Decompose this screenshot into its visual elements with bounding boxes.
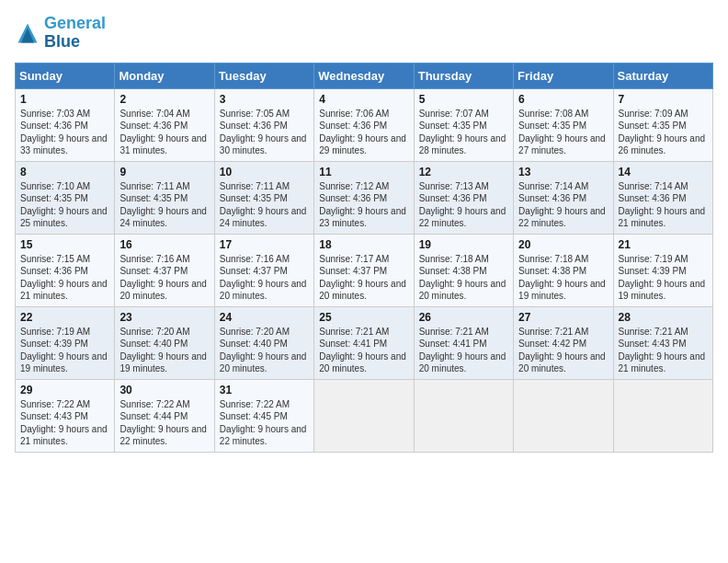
day-info: Sunrise: 7:19 AM Sunset: 4:39 PM Dayligh…: [619, 253, 708, 303]
day-number: 12: [419, 166, 508, 178]
calendar-week-row: 1 Sunrise: 7:03 AM Sunset: 4:36 PM Dayli…: [16, 88, 713, 161]
calendar-day-cell: 29 Sunrise: 7:22 AM Sunset: 4:43 PM Dayl…: [16, 379, 115, 452]
day-info: Sunrise: 7:11 AM Sunset: 4:35 PM Dayligh…: [119, 180, 209, 230]
day-info: Sunrise: 7:09 AM Sunset: 4:35 PM Dayligh…: [619, 108, 708, 157]
day-number: 2: [119, 93, 209, 106]
calendar-day-cell: 1 Sunrise: 7:03 AM Sunset: 4:36 PM Dayli…: [16, 88, 115, 161]
weekday-header: Wednesday: [314, 63, 414, 88]
day-info: Sunrise: 7:18 AM Sunset: 4:38 PM Dayligh…: [419, 253, 508, 303]
calendar-day-cell: 9 Sunrise: 7:11 AM Sunset: 4:35 PM Dayli…: [115, 161, 214, 234]
day-info: Sunrise: 7:13 AM Sunset: 4:36 PM Dayligh…: [419, 180, 508, 230]
day-number: 15: [20, 238, 109, 251]
day-number: 9: [119, 166, 209, 178]
page-header: General Blue: [15, 15, 713, 52]
weekday-header: Monday: [115, 63, 214, 88]
day-info: Sunrise: 7:22 AM Sunset: 4:43 PM Dayligh…: [20, 398, 109, 448]
calendar-day-cell: 14 Sunrise: 7:14 AM Sunset: 4:36 PM Dayl…: [613, 161, 712, 234]
calendar-body: 1 Sunrise: 7:03 AM Sunset: 4:36 PM Dayli…: [16, 88, 713, 452]
day-info: Sunrise: 7:21 AM Sunset: 4:41 PM Dayligh…: [319, 326, 408, 375]
calendar-day-cell: 12 Sunrise: 7:13 AM Sunset: 4:36 PM Dayl…: [414, 161, 513, 234]
calendar-day-cell: [613, 379, 712, 452]
calendar-header-row: SundayMondayTuesdayWednesdayThursdayFrid…: [16, 63, 713, 88]
day-info: Sunrise: 7:14 AM Sunset: 4:36 PM Dayligh…: [619, 180, 708, 230]
calendar-day-cell: 18 Sunrise: 7:17 AM Sunset: 4:37 PM Dayl…: [314, 234, 414, 306]
day-number: 1: [20, 93, 109, 106]
weekday-header: Saturday: [613, 63, 712, 88]
calendar-day-cell: 17 Sunrise: 7:16 AM Sunset: 4:37 PM Dayl…: [214, 234, 313, 306]
day-info: Sunrise: 7:20 AM Sunset: 4:40 PM Dayligh…: [220, 326, 309, 375]
day-info: Sunrise: 7:11 AM Sunset: 4:35 PM Dayligh…: [220, 180, 309, 230]
day-number: 26: [419, 311, 508, 324]
day-info: Sunrise: 7:18 AM Sunset: 4:38 PM Dayligh…: [518, 253, 608, 303]
calendar-day-cell: [414, 379, 513, 452]
calendar-week-row: 22 Sunrise: 7:19 AM Sunset: 4:39 PM Dayl…: [16, 306, 713, 379]
calendar-day-cell: 31 Sunrise: 7:22 AM Sunset: 4:45 PM Dayl…: [214, 379, 313, 452]
day-number: 31: [220, 384, 309, 396]
calendar-day-cell: 3 Sunrise: 7:05 AM Sunset: 4:36 PM Dayli…: [214, 88, 313, 161]
calendar-day-cell: 8 Sunrise: 7:10 AM Sunset: 4:35 PM Dayli…: [16, 161, 115, 234]
calendar-day-cell: 25 Sunrise: 7:21 AM Sunset: 4:41 PM Dayl…: [314, 306, 414, 379]
calendar-day-cell: 28 Sunrise: 7:21 AM Sunset: 4:43 PM Dayl…: [613, 306, 712, 379]
day-number: 24: [220, 311, 309, 324]
calendar-day-cell: 13 Sunrise: 7:14 AM Sunset: 4:36 PM Dayl…: [514, 161, 613, 234]
day-info: Sunrise: 7:03 AM Sunset: 4:36 PM Dayligh…: [20, 108, 109, 157]
calendar-day-cell: 19 Sunrise: 7:18 AM Sunset: 4:38 PM Dayl…: [414, 234, 513, 306]
day-number: 23: [119, 311, 209, 324]
day-info: Sunrise: 7:22 AM Sunset: 4:45 PM Dayligh…: [220, 398, 309, 448]
weekday-header: Thursday: [414, 63, 513, 88]
day-info: Sunrise: 7:17 AM Sunset: 4:37 PM Dayligh…: [319, 253, 408, 303]
day-number: 29: [20, 384, 109, 396]
calendar-day-cell: 27 Sunrise: 7:21 AM Sunset: 4:42 PM Dayl…: [514, 306, 613, 379]
day-number: 18: [319, 238, 408, 251]
calendar-day-cell: 6 Sunrise: 7:08 AM Sunset: 4:35 PM Dayli…: [514, 88, 613, 161]
day-number: 25: [319, 311, 408, 324]
weekday-header: Sunday: [16, 63, 115, 88]
calendar-day-cell: 23 Sunrise: 7:20 AM Sunset: 4:40 PM Dayl…: [115, 306, 214, 379]
calendar-day-cell: 16 Sunrise: 7:16 AM Sunset: 4:37 PM Dayl…: [115, 234, 214, 306]
day-info: Sunrise: 7:06 AM Sunset: 4:36 PM Dayligh…: [319, 108, 408, 157]
logo-text: General Blue: [44, 15, 106, 52]
day-number: 4: [319, 93, 408, 106]
calendar-day-cell: 20 Sunrise: 7:18 AM Sunset: 4:38 PM Dayl…: [514, 234, 613, 306]
day-number: 13: [518, 166, 608, 178]
calendar-table: SundayMondayTuesdayWednesdayThursdayFrid…: [15, 63, 713, 453]
calendar-week-row: 15 Sunrise: 7:15 AM Sunset: 4:36 PM Dayl…: [16, 234, 713, 306]
day-number: 6: [518, 93, 608, 106]
calendar-week-row: 29 Sunrise: 7:22 AM Sunset: 4:43 PM Dayl…: [16, 379, 713, 452]
calendar-day-cell: 22 Sunrise: 7:19 AM Sunset: 4:39 PM Dayl…: [16, 306, 115, 379]
day-number: 20: [518, 238, 608, 251]
calendar-day-cell: 24 Sunrise: 7:20 AM Sunset: 4:40 PM Dayl…: [214, 306, 313, 379]
day-info: Sunrise: 7:16 AM Sunset: 4:37 PM Dayligh…: [119, 253, 209, 303]
calendar-day-cell: 2 Sunrise: 7:04 AM Sunset: 4:36 PM Dayli…: [115, 88, 214, 161]
day-info: Sunrise: 7:20 AM Sunset: 4:40 PM Dayligh…: [119, 326, 209, 375]
day-info: Sunrise: 7:05 AM Sunset: 4:36 PM Dayligh…: [220, 108, 309, 157]
calendar-day-cell: [314, 379, 414, 452]
day-number: 21: [619, 238, 708, 251]
calendar-day-cell: 7 Sunrise: 7:09 AM Sunset: 4:35 PM Dayli…: [613, 88, 712, 161]
day-number: 16: [119, 238, 209, 251]
day-info: Sunrise: 7:16 AM Sunset: 4:37 PM Dayligh…: [220, 253, 309, 303]
day-number: 7: [619, 93, 708, 106]
calendar-day-cell: 4 Sunrise: 7:06 AM Sunset: 4:36 PM Dayli…: [314, 88, 414, 161]
day-info: Sunrise: 7:12 AM Sunset: 4:36 PM Dayligh…: [319, 180, 408, 230]
day-number: 27: [518, 311, 608, 324]
calendar-day-cell: 11 Sunrise: 7:12 AM Sunset: 4:36 PM Dayl…: [314, 161, 414, 234]
weekday-header: Tuesday: [214, 63, 313, 88]
day-info: Sunrise: 7:14 AM Sunset: 4:36 PM Dayligh…: [518, 180, 608, 230]
calendar-day-cell: 5 Sunrise: 7:07 AM Sunset: 4:35 PM Dayli…: [414, 88, 513, 161]
day-info: Sunrise: 7:04 AM Sunset: 4:36 PM Dayligh…: [119, 108, 209, 157]
logo-icon: [15, 20, 40, 46]
day-number: 30: [119, 384, 209, 396]
calendar-day-cell: 15 Sunrise: 7:15 AM Sunset: 4:36 PM Dayl…: [16, 234, 115, 306]
day-info: Sunrise: 7:21 AM Sunset: 4:41 PM Dayligh…: [419, 326, 508, 375]
logo: General Blue: [15, 15, 106, 52]
day-number: 14: [619, 166, 708, 178]
calendar-week-row: 8 Sunrise: 7:10 AM Sunset: 4:35 PM Dayli…: [16, 161, 713, 234]
day-info: Sunrise: 7:19 AM Sunset: 4:39 PM Dayligh…: [20, 326, 109, 375]
day-info: Sunrise: 7:21 AM Sunset: 4:42 PM Dayligh…: [518, 326, 608, 375]
day-info: Sunrise: 7:10 AM Sunset: 4:35 PM Dayligh…: [20, 180, 109, 230]
day-info: Sunrise: 7:21 AM Sunset: 4:43 PM Dayligh…: [619, 326, 708, 375]
calendar-day-cell: 21 Sunrise: 7:19 AM Sunset: 4:39 PM Dayl…: [613, 234, 712, 306]
weekday-header: Friday: [514, 63, 613, 88]
calendar-day-cell: [514, 379, 613, 452]
